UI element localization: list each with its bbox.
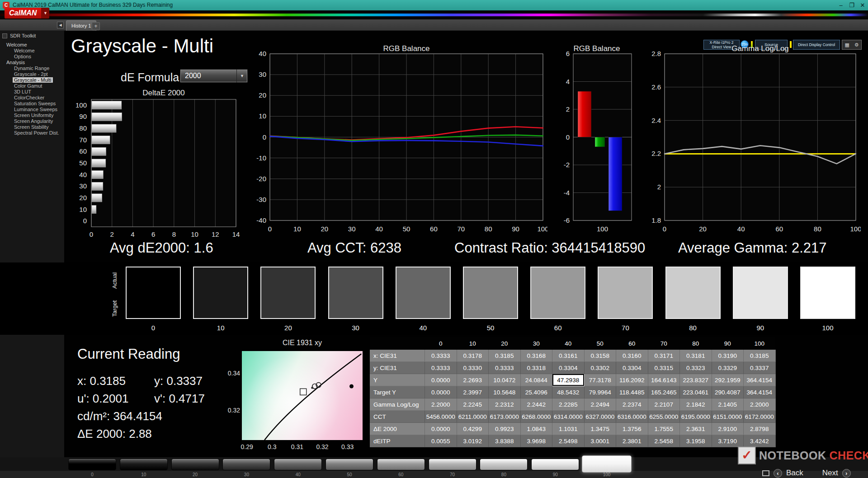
table-cell[interactable]: 1.7555 [648, 423, 680, 435]
table-cell[interactable]: 2.2442 [521, 398, 553, 411]
table-cell[interactable]: 0.3333 [425, 362, 457, 374]
table-cell[interactable]: 6314.0000 [552, 411, 585, 423]
table-cell[interactable]: 2.1842 [680, 398, 712, 411]
table-cell[interactable]: 2.5498 [552, 435, 585, 447]
table-cell[interactable]: 364.4154 [744, 374, 776, 386]
table-cell[interactable]: 6151.0000 [712, 411, 744, 423]
table-cell[interactable]: 3.0001 [585, 435, 617, 447]
table-cell[interactable]: 0.3330 [457, 362, 489, 374]
table-cell[interactable]: 0.3168 [521, 350, 553, 362]
sidebar-item-luminance-sweeps[interactable]: Luminance Sweeps [0, 107, 64, 112]
grayscale-level-button-100[interactable] [582, 455, 632, 473]
table-cell[interactable]: 47.2938 [552, 374, 585, 386]
table-cell[interactable]: 2.2285 [552, 398, 585, 411]
table-cell[interactable]: 5456.0000 [425, 411, 457, 423]
table-cell[interactable]: 24.0844 [521, 374, 553, 386]
next-arrow-icon[interactable]: › [842, 469, 851, 478]
table-cell[interactable]: 223.0461 [680, 386, 712, 398]
table-cell[interactable]: 2.2107 [648, 398, 680, 411]
sidebar-item-grayscale-2pt[interactable]: Grayscale - 2pt [0, 71, 64, 77]
grayscale-level-button-0[interactable] [68, 459, 116, 470]
table-cell[interactable]: 6172.0000 [744, 411, 776, 423]
table-cell[interactable]: 2.2693 [457, 374, 489, 386]
table-cell[interactable]: 0.3315 [648, 362, 680, 374]
table-cell[interactable]: 6211.0000 [457, 411, 489, 423]
table-cell[interactable]: 77.3178 [585, 374, 617, 386]
sidebar-item-dynamic-range[interactable]: Dynamic Range [0, 66, 64, 71]
sidebar-item-screen-stability[interactable]: Screen Stability [0, 124, 64, 130]
table-cell[interactable]: 6268.0000 [521, 411, 553, 423]
table-cell[interactable]: 0.3304 [616, 362, 648, 374]
table-cell[interactable]: 2.2312 [489, 398, 521, 411]
table-cell[interactable]: 0.3185 [489, 350, 521, 362]
table-cell[interactable]: 6255.0000 [648, 411, 680, 423]
table-cell[interactable]: 0.3302 [585, 362, 617, 374]
table-cell[interactable]: 2.3801 [616, 435, 648, 447]
next-button[interactable]: Next [822, 469, 838, 478]
sidebar-item-screen-angularity[interactable]: Screen Angularity [0, 118, 64, 124]
sidebar-item-welcome[interactable]: Welcome [0, 48, 64, 54]
table-cell[interactable]: 3.8388 [489, 435, 521, 447]
table-cell[interactable]: 2.2245 [457, 398, 489, 411]
table-cell[interactable]: 0.3323 [680, 362, 712, 374]
grayscale-level-button-70[interactable] [429, 459, 476, 470]
table-cell[interactable]: 10.0472 [489, 374, 521, 386]
grayscale-level-button-30[interactable] [222, 459, 270, 470]
table-cell[interactable]: 0.4299 [457, 423, 489, 435]
table-cell[interactable]: 0.3190 [712, 350, 744, 362]
table-cell[interactable]: 2.3997 [457, 386, 489, 398]
minimize-button[interactable]: – [835, 0, 846, 10]
grayscale-level-button-50[interactable] [326, 459, 373, 470]
table-cell[interactable]: 3.1958 [680, 435, 712, 447]
table-cell[interactable]: 2.2374 [616, 398, 648, 411]
sidebar-collapse-button[interactable]: ◀ [57, 22, 64, 28]
table-cell[interactable]: 0.3181 [680, 350, 712, 362]
table-cell[interactable]: 116.2092 [616, 374, 648, 386]
sidebar-item-3d-lut[interactable]: 3D LUT [0, 89, 64, 95]
table-cell[interactable]: 0.0000 [425, 423, 457, 435]
sidebar-section-analysis[interactable]: Analysis [0, 60, 64, 66]
table-cell[interactable]: 1.1031 [552, 423, 585, 435]
close-button[interactable]: ✕ [857, 0, 868, 10]
table-cell[interactable]: 0.3333 [425, 350, 457, 362]
table-cell[interactable]: 292.1959 [712, 374, 744, 386]
table-cell[interactable]: 0.3161 [552, 350, 585, 362]
calman-logo-menu[interactable]: CalMAN ▼ [5, 8, 49, 19]
table-cell[interactable]: 25.4096 [521, 386, 553, 398]
table-cell[interactable]: 290.4087 [712, 386, 744, 398]
table-cell[interactable]: 2.2494 [585, 398, 617, 411]
maximize-button[interactable]: ❐ [846, 0, 857, 10]
table-cell[interactable]: 1.3475 [585, 423, 617, 435]
window-icon[interactable] [762, 470, 769, 476]
table-cell[interactable]: 2.2000 [425, 398, 457, 411]
table-cell[interactable]: 3.0192 [457, 435, 489, 447]
sidebar-item-color-gamut[interactable]: Color Gamut [0, 83, 64, 89]
add-tab-button[interactable]: + [92, 22, 100, 30]
table-cell[interactable]: 3.9698 [521, 435, 553, 447]
table-cell[interactable]: 164.6143 [648, 374, 680, 386]
table-cell[interactable]: 0.3185 [744, 350, 776, 362]
table-cell[interactable]: 165.2465 [648, 386, 680, 398]
table-cell[interactable]: 6173.0000 [489, 411, 521, 423]
table-cell[interactable]: 2.1405 [712, 398, 744, 411]
grayscale-level-button-10[interactable] [120, 459, 168, 470]
table-cell[interactable]: 2.3631 [680, 423, 712, 435]
table-cell[interactable]: 118.4485 [616, 386, 648, 398]
grayscale-level-button-40[interactable] [274, 459, 322, 470]
table-cell[interactable]: 48.5432 [552, 386, 585, 398]
sidebar-item-saturation-sweeps[interactable]: Saturation Sweeps [0, 101, 64, 107]
sidebar-item-grayscale-multi[interactable]: Grayscale - Multi [0, 77, 64, 83]
table-cell[interactable]: 0.0055 [425, 435, 457, 447]
table-cell[interactable]: 1.3756 [616, 423, 648, 435]
table-cell[interactable]: 3.4242 [744, 435, 776, 447]
back-button[interactable]: Back [786, 469, 803, 478]
table-cell[interactable]: 0.3318 [521, 362, 553, 374]
table-cell[interactable]: 2.2000 [744, 398, 776, 411]
table-cell[interactable]: 1.0843 [521, 423, 553, 435]
sidebar-item-spectral-power-dist[interactable]: Spectral Power Dist. [0, 130, 64, 136]
sidebar-section-welcome[interactable]: Welcome [0, 42, 64, 48]
de-formula-select[interactable]: 2000 ▼ [180, 69, 248, 83]
table-cell[interactable]: 0.0000 [425, 386, 457, 398]
table-cell[interactable]: 0.3178 [457, 350, 489, 362]
table-cell[interactable]: 3.7190 [712, 435, 744, 447]
